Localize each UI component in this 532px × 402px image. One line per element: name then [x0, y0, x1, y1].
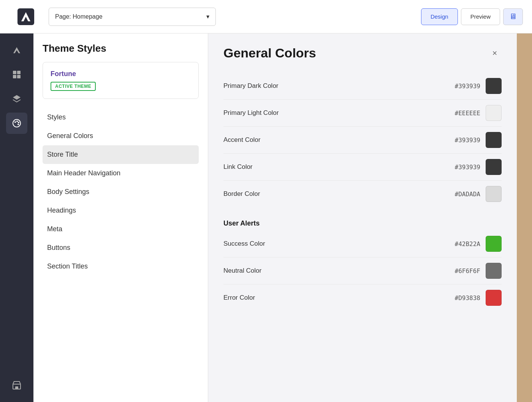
- color-row: Primary Light Color #EEEEEE: [223, 100, 502, 127]
- svg-rect-5: [13, 75, 16, 78]
- nav-item-section-titles[interactable]: Section Titles: [43, 257, 199, 276]
- svg-point-8: [13, 119, 21, 127]
- design-button[interactable]: Design: [421, 8, 458, 25]
- nav-item-styles[interactable]: Styles: [43, 108, 199, 127]
- nav-item-headings[interactable]: Headings: [43, 201, 199, 220]
- color-swatch[interactable]: [486, 263, 502, 279]
- svg-rect-3: [13, 71, 16, 74]
- sidebar-icon-grid[interactable]: [6, 64, 27, 85]
- svg-rect-6: [17, 75, 21, 78]
- svg-point-12: [17, 124, 19, 125]
- colors-panel: General Colors × Primary Dark Color #393…: [208, 33, 517, 402]
- sidebar-icon-store[interactable]: [6, 375, 27, 396]
- chevron-down-icon: ▾: [206, 13, 209, 20]
- color-row: Accent Color #393939: [223, 127, 502, 154]
- color-swatch[interactable]: [486, 78, 502, 94]
- nav-item-buttons[interactable]: Buttons: [43, 238, 199, 257]
- color-row: Border Color #DADADA: [223, 181, 502, 207]
- color-row: Neutral Color #6F6F6F: [223, 257, 502, 284]
- color-swatch[interactable]: [486, 186, 502, 202]
- theme-panel: Theme Styles Fortune ACTIVE THEME Styles…: [33, 33, 208, 402]
- color-swatch[interactable]: [486, 105, 502, 121]
- sidebar-icon-logo[interactable]: [6, 40, 27, 61]
- color-row: Link Color #393939: [223, 154, 502, 181]
- color-row: Error Color #D93838: [223, 284, 502, 311]
- color-label: Primary Dark Color: [223, 82, 455, 90]
- top-bar: Page: Homepage ▾ Design Preview 🖥: [0, 0, 532, 33]
- theme-panel-title: Theme Styles: [43, 43, 199, 54]
- theme-nav-list: StylesGeneral ColorsStore TitleMain Head…: [43, 108, 199, 276]
- color-swatch[interactable]: [486, 290, 502, 306]
- svg-rect-4: [17, 71, 21, 74]
- color-swatch[interactable]: [486, 132, 502, 148]
- svg-rect-14: [15, 386, 18, 389]
- user-alerts-heading: User Alerts: [223, 219, 502, 227]
- color-hex: #393939: [455, 83, 480, 90]
- logo-area: [9, 8, 43, 25]
- color-hex: #393939: [455, 164, 480, 171]
- icon-sidebar: [0, 33, 33, 402]
- color-hex: #EEEEEE: [455, 110, 480, 117]
- color-label: Error Color: [223, 294, 455, 302]
- color-label: Link Color: [223, 163, 455, 171]
- top-bar-right: Design Preview 🖥: [421, 8, 523, 25]
- nav-item-general-colors[interactable]: General Colors: [43, 127, 199, 145]
- svg-point-10: [16, 121, 18, 122]
- theme-card: Fortune ACTIVE THEME: [43, 62, 199, 99]
- sidebar-icon-palette[interactable]: [6, 113, 27, 134]
- svg-marker-7: [13, 95, 21, 100]
- color-row: Success Color #42B22A: [223, 230, 502, 257]
- brand-logo: [17, 8, 34, 25]
- svg-point-9: [14, 121, 16, 123]
- colors-panel-title: General Colors: [223, 46, 316, 60]
- colors-panel-header: General Colors ×: [223, 46, 502, 60]
- color-hex: #42B22A: [455, 240, 480, 248]
- nav-item-meta[interactable]: Meta: [43, 220, 199, 238]
- page-dropdown-label: Page: Homepage: [55, 13, 103, 20]
- general-colors-list: Primary Dark Color #393939 Primary Light…: [223, 73, 502, 207]
- preview-button[interactable]: Preview: [461, 8, 500, 25]
- color-hex: #6F6F6F: [455, 267, 480, 275]
- sidebar-icon-layers[interactable]: [6, 88, 27, 110]
- monitor-button[interactable]: 🖥: [503, 8, 523, 25]
- right-edge-decoration: [517, 33, 532, 402]
- color-label: Border Color: [223, 190, 455, 198]
- main-layout: Theme Styles Fortune ACTIVE THEME Styles…: [0, 33, 532, 402]
- active-theme-badge: ACTIVE THEME: [51, 82, 96, 91]
- theme-name: Fortune: [51, 70, 191, 78]
- svg-point-11: [18, 122, 19, 123]
- color-row: Primary Dark Color #393939: [223, 73, 502, 100]
- color-label: Primary Light Color: [223, 109, 455, 117]
- close-button[interactable]: ×: [488, 46, 502, 60]
- color-hex: #D93838: [455, 294, 480, 302]
- color-label: Success Color: [223, 240, 455, 248]
- color-hex: #DADADA: [455, 191, 480, 198]
- svg-marker-2: [13, 47, 20, 53]
- color-label: Neutral Color: [223, 267, 455, 275]
- nav-item-body-settings[interactable]: Body Settings: [43, 183, 199, 201]
- nav-item-store-title[interactable]: Store Title: [43, 145, 199, 164]
- alert-colors-list: Success Color #42B22A Neutral Color #6F6…: [223, 230, 502, 311]
- nav-item-main-header-navigation[interactable]: Main Header Navigation: [43, 164, 199, 183]
- color-swatch[interactable]: [486, 159, 502, 175]
- color-label: Accent Color: [223, 136, 455, 144]
- page-dropdown[interactable]: Page: Homepage ▾: [49, 8, 216, 26]
- monitor-icon: 🖥: [509, 12, 517, 21]
- color-hex: #393939: [455, 137, 480, 144]
- color-swatch[interactable]: [486, 236, 502, 252]
